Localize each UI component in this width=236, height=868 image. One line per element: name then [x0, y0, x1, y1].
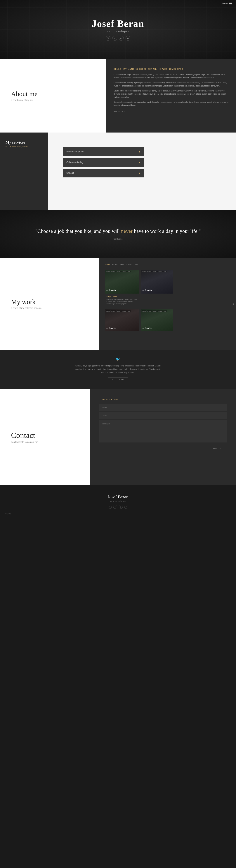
card-tag: About: [142, 310, 146, 312]
quote-after: have to work a day in your life.": [133, 228, 201, 234]
card-tag: Skills: [153, 310, 157, 312]
about-section: About me a short story of my life HELLO,…: [0, 59, 236, 132]
read-more-link[interactable]: Read more →: [113, 111, 126, 113]
batelier-text: Batelier: [109, 289, 116, 292]
about-para-3: Soufflé toffee lollipop lollipop icing c…: [113, 89, 229, 99]
contact-subheading: don't hesitate to contact me: [11, 441, 79, 443]
card-overlay: About Project Skills Contact Blog: [105, 270, 139, 274]
work-subheading: a shots of my selected projects: [11, 307, 88, 309]
batelier-text: Batelier: [145, 289, 153, 292]
hero-name: Josef Beran: [92, 18, 144, 29]
menu-label: Menu: [222, 2, 228, 5]
chevron-down-icon: ▾: [139, 172, 140, 175]
project-card-3[interactable]: About Project Skills Contact Blog ⌂ Bate…: [105, 309, 139, 339]
service-item-consult[interactable]: Consult ▾: [63, 168, 144, 178]
tab-about[interactable]: About: [105, 263, 111, 266]
footer-facebook-icon[interactable]: f: [113, 505, 117, 509]
name-field[interactable]: [99, 404, 227, 411]
facebook-icon[interactable]: f: [112, 36, 117, 41]
about-para-1: Chocolate cake sugar plum gummi bears je…: [113, 73, 229, 79]
card-overlay: About Project Skills Contact Blog: [141, 270, 173, 274]
contact-heading: Contact: [11, 431, 79, 440]
card-tag: Skills: [153, 271, 157, 272]
tab-contact[interactable]: Contact: [126, 263, 133, 266]
chevron-down-icon: ▾: [139, 161, 140, 164]
twitter-icon[interactable]: 𝕏: [106, 36, 110, 41]
navigation: Menu: [222, 2, 232, 5]
card-tag: Contact: [157, 310, 163, 312]
quote-text: "Choose a job that you like, and you wil…: [35, 227, 201, 235]
services-heading: My services: [5, 140, 43, 145]
card-tag: Contact: [121, 271, 127, 272]
batelier-logo: ⌂ Batelier: [106, 327, 116, 330]
batelier-icon: ⌂: [142, 327, 144, 330]
next-arrow-icon[interactable]: ›: [233, 302, 234, 306]
message-field[interactable]: [99, 421, 227, 442]
quote-before: "Choose a job that you like, and you wil…: [35, 228, 121, 234]
work-heading: My work: [11, 298, 88, 306]
linkedin-icon[interactable]: in: [126, 36, 130, 41]
services-right-panel: Web development ▾ Online marketing ▾ Con…: [48, 132, 236, 194]
project-card-1[interactable]: About Project Skills Contact Blog ⌂ Bate…: [105, 270, 139, 306]
batelier-text: Batelier: [109, 327, 116, 330]
card-tag: Project: [147, 310, 152, 312]
service-item-marketing[interactable]: Online marketing ▾: [63, 158, 144, 167]
about-left-panel: About me a short story of my life: [0, 59, 106, 132]
contact-section: Contact don't hesitate to contact me CON…: [0, 389, 236, 485]
about-para-2: Chocolate cake pudding jujubes jelly-oat…: [113, 81, 229, 87]
card-tag: About: [142, 271, 146, 272]
batelier-icon: ⌂: [106, 327, 108, 330]
card-tag: About: [106, 310, 110, 312]
project-card-4[interactable]: About Project Skills Contact Blog ⌂ Bate…: [141, 309, 173, 339]
hero-subtitle: web developer: [92, 30, 144, 33]
card-tag: Contact: [121, 310, 127, 312]
batelier-logo: ⌂ Batelier: [142, 289, 153, 292]
tab-project[interactable]: Project: [111, 263, 118, 266]
card-tag: Project: [111, 271, 116, 272]
card-overlay: About Project Skills Contact Blog: [141, 309, 173, 313]
service-marketing-label: Online marketing: [67, 161, 83, 164]
services-left-panel: My services all I can offer you right no…: [0, 132, 48, 210]
card-tag: Blog: [163, 271, 167, 272]
card-tag: Project: [111, 310, 116, 312]
work-section: My work a shots of my selected projects …: [0, 258, 236, 350]
google-plus-icon[interactable]: g+: [119, 36, 124, 41]
quote-content: "Choose a job that you like, and you wil…: [35, 227, 201, 240]
about-subheading: a short story of my life: [11, 99, 95, 101]
contact-left-panel: Contact don't hesitate to contact me: [0, 389, 89, 485]
service-consult-label: Consult: [67, 172, 74, 174]
footer-design-by: Design by ...: [4, 513, 13, 515]
work-left-panel: My work a shots of my selected projects: [0, 258, 99, 350]
hamburger-menu[interactable]: [229, 3, 232, 5]
chevron-down-icon: ▾: [139, 150, 140, 153]
quote-highlight: never: [121, 228, 133, 234]
card-tag: Project: [147, 271, 152, 272]
work-right-panel: About Project Skills Contact Blog About …: [99, 258, 236, 350]
footer-linkedin-icon[interactable]: in: [124, 505, 128, 509]
card-tag: Blog: [163, 310, 167, 312]
tab-skills[interactable]: Skills: [119, 263, 125, 266]
about-para-4: Oat cake bonbon pastry tart cake cotton …: [113, 100, 229, 107]
footer-twitter-icon[interactable]: 𝕏: [108, 505, 112, 509]
work-tabs: About Project Skills Contact Blog: [105, 263, 231, 266]
contact-form-title: CONTACT FORM: [99, 399, 227, 401]
service-item-web[interactable]: Web development ▾: [63, 147, 144, 156]
about-hello-title: HELLO, MY NAME IS JOSEF BERAN. I'M WEB D…: [113, 68, 229, 70]
twitter-tweet: About 2 days ago: @soufflé toffee lollip…: [74, 364, 162, 374]
card-tag: About: [106, 271, 110, 272]
card-tag: Skills: [116, 310, 121, 312]
card-tag: Skills: [116, 271, 121, 272]
tab-blog[interactable]: Blog: [134, 263, 139, 266]
footer: Josef Beran web developer 𝕏 f g+ in Desi…: [0, 485, 236, 518]
social-icons-group: 𝕏 f g+ in: [92, 36, 144, 41]
follow-me-button[interactable]: FOLLOW ME: [108, 377, 128, 382]
submit-button[interactable]: SEND IT: [207, 446, 227, 451]
about-right-panel: HELLO, MY NAME IS JOSEF BERAN. I'M WEB D…: [106, 59, 236, 132]
hero-content: Josef Beran web developer 𝕏 f g+ in: [92, 18, 144, 41]
batelier-text: Batelier: [145, 327, 153, 330]
project-card-2[interactable]: About Project Skills Contact Blog ⌂ Bate…: [141, 270, 173, 306]
contact-right-panel: CONTACT FORM SEND IT: [89, 389, 236, 485]
email-field[interactable]: [99, 412, 227, 419]
quote-author: Confucius: [35, 238, 201, 240]
footer-google-plus-icon[interactable]: g+: [119, 505, 123, 509]
